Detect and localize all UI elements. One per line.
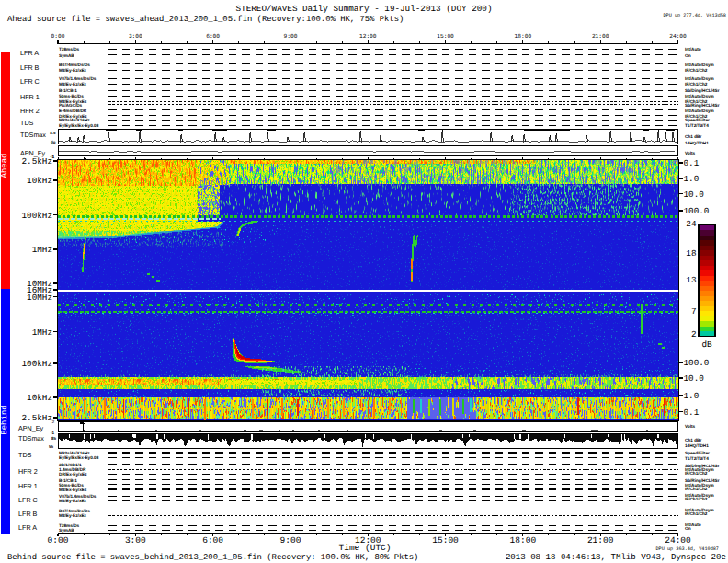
svg-text:100.0: 100.0 bbox=[684, 358, 710, 368]
svg-text:24: 24 bbox=[686, 219, 697, 229]
svg-text:Sb/Ring/HCL/4Sr: Sb/Ring/HCL/4Sr bbox=[685, 103, 720, 108]
svg-text:SymAB: SymAB bbox=[59, 528, 74, 533]
svg-text:LFR B: LFR B bbox=[20, 63, 40, 72]
svg-text:M2/Ey-Ez/xEz: M2/Ey-Ez/xEz bbox=[59, 499, 87, 503]
svg-text:10MHz: 10MHz bbox=[27, 293, 52, 303]
svg-text:85: 85 bbox=[51, 436, 57, 441]
svg-text:10.0: 10.0 bbox=[684, 373, 704, 384]
svg-text:100kHz: 100kHz bbox=[22, 211, 52, 221]
svg-text:IF/Ch1/Ch2: IF/Ch1/Ch2 bbox=[685, 497, 708, 501]
svg-text:14HQ/TDH1: 14HQ/TDH1 bbox=[685, 443, 709, 448]
svg-text:12:00: 12:00 bbox=[359, 33, 377, 40]
svg-text:24:00: 24:00 bbox=[665, 535, 691, 546]
svg-text:HFR 1: HFR 1 bbox=[18, 482, 38, 490]
svg-text:Volts: Volts bbox=[685, 424, 696, 429]
svg-text:Behind source file = swaves_be: Behind source file = swaves_behind_2013_… bbox=[7, 553, 418, 562]
svg-text:0:00: 0:00 bbox=[48, 535, 69, 546]
svg-text:M2/Ey-Ez/xEz: M2/Ey-Ez/xEz bbox=[59, 513, 87, 518]
svg-text:Int/Auto: Int/Auto bbox=[685, 47, 701, 52]
svg-text:0:00: 0:00 bbox=[51, 33, 65, 40]
svg-text:2.5kHz: 2.5kHz bbox=[22, 156, 52, 167]
svg-text:1.0: 1.0 bbox=[684, 391, 700, 401]
svg-text:Ahead: Ahead bbox=[0, 153, 9, 178]
svg-text:E-4ms/DB/DR: E-4ms/DB/DR bbox=[59, 109, 87, 113]
svg-text:2: 2 bbox=[691, 329, 697, 339]
svg-text:6:00: 6:00 bbox=[202, 535, 223, 546]
svg-text:Int/Auto/Dsym: Int/Auto/Dsym bbox=[685, 109, 714, 113]
svg-text:2013-08-18 04:46:18, TMlib V94: 2013-08-18 04:46:18, TMlib V943, Dynspec… bbox=[506, 552, 726, 562]
svg-text:0.1: 0.1 bbox=[684, 158, 700, 168]
svg-text:Ey/Ey/Ex/Ex-Ey0.08: Ey/Ey/Ex/Ex-Ey0.08 bbox=[59, 455, 99, 460]
svg-text:Speed/Filter: Speed/Filter bbox=[685, 118, 710, 122]
svg-text:M2/Ey-Ez/xEz: M2/Ey-Ez/xEz bbox=[59, 68, 87, 73]
svg-text:Ch1 dBr: Ch1 dBr bbox=[685, 438, 701, 442]
svg-text:On: On bbox=[685, 526, 691, 531]
svg-text:-1: -1 bbox=[51, 431, 54, 435]
svg-text:Time (UTC): Time (UTC) bbox=[338, 543, 391, 553]
svg-text:TDSmax: TDSmax bbox=[20, 131, 46, 139]
svg-text:T1/T2/T3/T4: T1/T2/T3/T4 bbox=[685, 123, 709, 128]
svg-text:Int/Auto/Dsym: Int/Auto/Dsym bbox=[685, 76, 714, 81]
svg-text:3B/1/CB1/1: 3B/1/CB1/1 bbox=[59, 463, 82, 467]
svg-text:Ey/Ey/Ex/Ex-Ey0.08: Ey/Ey/Ex/Ex-Ey0.08 bbox=[59, 123, 99, 128]
svg-text:APN_Ey: APN_Ey bbox=[18, 424, 44, 432]
svg-text:IF/Ch1/Ch2: IF/Ch1/Ch2 bbox=[685, 82, 708, 86]
svg-text:15:00: 15:00 bbox=[437, 33, 454, 40]
svg-text:-1: -1 bbox=[50, 155, 55, 160]
svg-text:IF/Ch1/Ch2: IF/Ch1/Ch2 bbox=[685, 471, 708, 476]
svg-text:15:00: 15:00 bbox=[432, 535, 459, 546]
svg-text:1MHz: 1MHz bbox=[32, 327, 52, 338]
svg-text:M32s/4s/X16Hz: M32s/4s/X16Hz bbox=[59, 118, 90, 122]
svg-text:IF/Ch1/Ch2: IF/Ch1/Ch2 bbox=[685, 68, 708, 73]
svg-text:LFR A: LFR A bbox=[18, 523, 37, 532]
svg-text:Int/Auto/Dsym: Int/Auto/Dsym bbox=[685, 63, 714, 67]
svg-text:M2/Ex-Ey/xEz: M2/Ex-Ey/xEz bbox=[59, 488, 87, 492]
svg-text:21:00: 21:00 bbox=[587, 535, 614, 546]
svg-text:10.0: 10.0 bbox=[684, 190, 704, 200]
svg-text:T1/T2/T3/T4: T1/T2/T3/T4 bbox=[685, 456, 709, 461]
svg-text:LFR C: LFR C bbox=[20, 77, 40, 86]
svg-text:TDS: TDS bbox=[20, 119, 34, 127]
svg-text:6:00: 6:00 bbox=[206, 33, 220, 40]
svg-text:13: 13 bbox=[686, 275, 696, 285]
svg-text:T38ms/Ds: T38ms/Ds bbox=[59, 47, 80, 52]
svg-text:LFR C: LFR C bbox=[18, 496, 38, 504]
svg-text:18: 18 bbox=[686, 248, 696, 259]
svg-text:0.1: 0.1 bbox=[684, 408, 700, 418]
svg-text:24:00: 24:00 bbox=[669, 33, 687, 40]
svg-text:LFR B: LFR B bbox=[18, 510, 38, 518]
svg-text:Volts: Volts bbox=[685, 151, 696, 155]
svg-text:M32s/4s/X16Hz: M32s/4s/X16Hz bbox=[59, 451, 90, 455]
svg-text:LFR A: LFR A bbox=[20, 49, 39, 57]
svg-text:10kHz: 10kHz bbox=[27, 176, 52, 186]
svg-text:On: On bbox=[685, 53, 691, 58]
svg-text:V07b/1.4ms/Ds/Ds: V07b/1.4ms/Ds/Ds bbox=[59, 76, 97, 81]
svg-text:18:00: 18:00 bbox=[510, 535, 537, 546]
svg-text:2: 2 bbox=[52, 419, 55, 425]
svg-text:1MHz: 1MHz bbox=[32, 245, 52, 255]
svg-text:HFR 1: HFR 1 bbox=[20, 93, 40, 101]
svg-text:100.0: 100.0 bbox=[684, 206, 710, 216]
svg-text:1.0: 1.0 bbox=[684, 174, 700, 184]
svg-text:9:00: 9:00 bbox=[284, 33, 298, 40]
svg-text:100kHz: 100kHz bbox=[22, 359, 52, 369]
svg-text:7: 7 bbox=[691, 306, 697, 316]
svg-text:9:00: 9:00 bbox=[280, 535, 301, 546]
svg-text:IF/Ch1/Ch2: IF/Ch1/Ch2 bbox=[685, 511, 708, 516]
svg-text:18:00: 18:00 bbox=[515, 33, 532, 40]
svg-text:3:00: 3:00 bbox=[125, 535, 146, 546]
svg-text:IF/Ch1/Ch2: IF/Ch1/Ch2 bbox=[685, 487, 708, 491]
svg-text:Ch1 dBr: Ch1 dBr bbox=[685, 134, 701, 139]
svg-text:DPU up 277.4d, V413d58: DPU up 277.4d, V413d58 bbox=[664, 13, 727, 18]
svg-text:Sb/Ding/HCL/4Sr: Sb/Ding/HCL/4Sr bbox=[685, 88, 720, 93]
svg-text:21:00: 21:00 bbox=[592, 33, 609, 40]
svg-text:Int/Auto/Dsym: Int/Auto/Dsym bbox=[685, 94, 714, 98]
svg-text:M2/Ey-Ez/xEz: M2/Ey-Ez/xEz bbox=[59, 82, 87, 86]
svg-text:STEREO/WAVES Daily Summary - 1: STEREO/WAVES Daily Summary - 19-Jul-2013… bbox=[236, 4, 493, 14]
svg-text:PA/AGC/Ds: PA/AGC/Ds bbox=[59, 103, 83, 108]
svg-text:Ahead source file = swaves_ahe: Ahead source file = swaves_ahead_2013_20… bbox=[7, 15, 404, 24]
svg-text:TDS: TDS bbox=[18, 451, 32, 459]
svg-text:SymAB: SymAB bbox=[59, 53, 74, 58]
svg-text:8.5: 8.5 bbox=[50, 131, 56, 135]
svg-text:dB: dB bbox=[701, 339, 712, 350]
